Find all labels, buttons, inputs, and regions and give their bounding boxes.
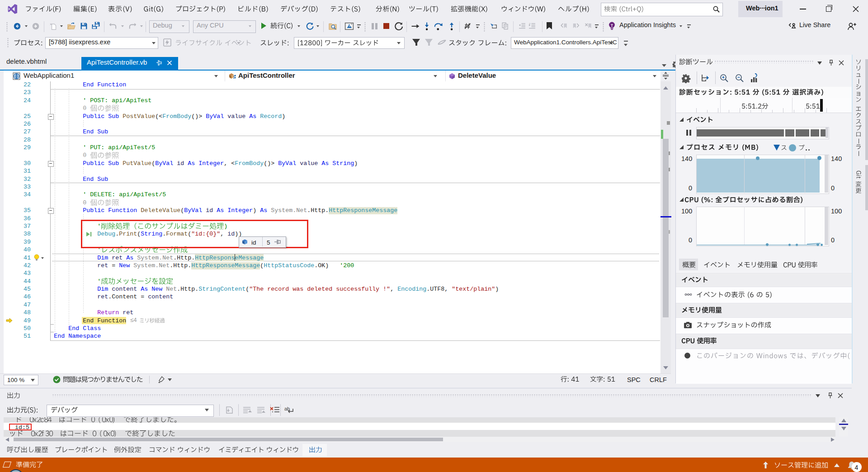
svg-text:?: ?: [529, 22, 531, 25]
